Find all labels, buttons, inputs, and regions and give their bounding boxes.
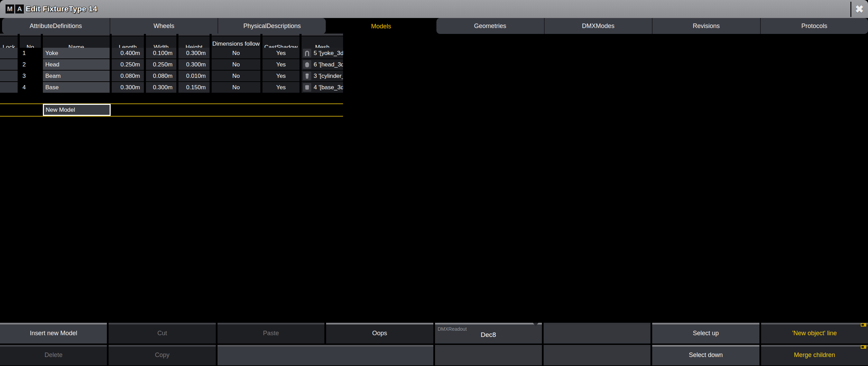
toggle-on-indicator-icon [861, 345, 866, 349]
name-cell[interactable]: Beam [43, 71, 110, 81]
empty-panel [544, 345, 650, 365]
new-object-line-toggle[interactable]: 'New object' line [761, 323, 868, 344]
lock-cell[interactable] [0, 82, 18, 93]
length-cell[interactable]: 0.300m [112, 82, 144, 93]
empty-panel [544, 323, 650, 344]
yoke-mesh-icon [303, 49, 311, 57]
width-cell[interactable]: 0.100m [146, 48, 176, 58]
mesh-cell[interactable]: 3 '[cylinder_ [302, 71, 343, 81]
tab-revisions[interactable]: Revisions [652, 18, 760, 34]
follow-ratio-cell[interactable]: No [212, 59, 260, 70]
row-number-cell: 1 [20, 48, 41, 58]
cut-button[interactable]: Cut [109, 323, 215, 344]
name-cell[interactable]: Yoke [43, 48, 110, 58]
oops-button[interactable]: Oops [326, 323, 433, 344]
chevron-down-icon [533, 323, 538, 326]
title-bar: M A Edit FixtureType 14 ✖ [0, 0, 868, 18]
merge-children-toggle[interactable]: Merge children [761, 345, 868, 365]
length-cell[interactable]: 0.400m [112, 48, 144, 58]
dmx-readout-dropdown[interactable]: DMXReadout Dec8 [435, 323, 542, 344]
select-up-button[interactable]: Select up [652, 323, 759, 344]
length-cell[interactable]: 0.080m [112, 71, 144, 81]
new-object-line-label: 'New object' line [792, 330, 837, 337]
follow-ratio-cell[interactable]: No [212, 71, 260, 81]
height-cell[interactable]: 0.300m [178, 59, 210, 70]
tab-geometries[interactable]: Geometries [436, 18, 544, 34]
copy-button[interactable]: Copy [109, 345, 215, 365]
width-cell[interactable]: 0.080m [146, 71, 176, 81]
follow-ratio-cell[interactable]: No [212, 82, 260, 93]
mesh-cell[interactable]: 5 '[yoke_3d [302, 48, 343, 58]
castshadow-cell[interactable]: Yes [262, 59, 299, 70]
models-table: Lock No Name Length Width Height Dimensi… [0, 36, 343, 93]
empty-panel-wide [218, 345, 433, 365]
merge-children-label: Merge children [794, 351, 835, 359]
castshadow-cell[interactable]: Yes [262, 82, 299, 93]
titlebar-divider [850, 2, 851, 17]
empty-panel [435, 345, 542, 365]
tab-attributedefinitions[interactable]: AttributeDefinitions [2, 18, 110, 34]
mesh-label: 6 '[head_3d [314, 61, 343, 68]
window-title: Edit FixtureType 14 [26, 0, 97, 18]
height-cell[interactable]: 0.150m [178, 82, 210, 93]
tab-models-active[interactable]: Models [326, 18, 436, 35]
tab-wheels[interactable]: Wheels [110, 18, 218, 34]
mesh-cell[interactable]: 4 '[base_3d [302, 82, 343, 93]
close-icon[interactable]: ✖ [852, 1, 867, 17]
dmx-readout-label: DMXReadout [438, 326, 467, 332]
tab-dmxmodes[interactable]: DMXModes [544, 18, 652, 34]
lock-cell[interactable] [0, 71, 18, 81]
mesh-label: 4 '[base_3d [314, 84, 343, 91]
castshadow-cell[interactable]: Yes [262, 48, 299, 58]
toggle-on-indicator-icon [861, 323, 866, 327]
mesh-label: 3 '[cylinder_ [314, 73, 343, 80]
head-mesh-icon [303, 60, 311, 69]
select-down-button[interactable]: Select down [652, 345, 759, 365]
bottom-bar: Insert new Model Cut Paste Oops DMXReado… [0, 323, 868, 366]
paste-button[interactable]: Paste [218, 323, 324, 344]
tab-physicaldescriptions[interactable]: PhysicalDescriptions [218, 18, 326, 34]
follow-ratio-cell[interactable]: No [212, 48, 260, 58]
row-number-cell: 2 [20, 59, 41, 70]
tab-group-left: AttributeDefinitions Wheels PhysicalDesc… [2, 18, 326, 34]
ma-logo: M A [6, 4, 24, 13]
mesh-label: 5 '[yoke_3d [314, 50, 343, 57]
castshadow-cell[interactable]: Yes [262, 71, 299, 81]
lock-cell[interactable] [0, 59, 18, 70]
cylinder-mesh-icon [303, 72, 311, 80]
new-object-line-bottom [0, 116, 343, 117]
tab-bar: AttributeDefinitions Wheels PhysicalDesc… [0, 18, 868, 35]
dmx-readout-value: Dec8 [481, 331, 496, 339]
ma-logo-a: A [15, 4, 24, 13]
base-mesh-icon [303, 83, 311, 92]
ma-logo-m: M [6, 4, 14, 13]
mesh-cell[interactable]: 6 '[head_3d [302, 59, 343, 70]
tab-group-right: Geometries DMXModes Revisions Protocols [436, 18, 868, 34]
tab-protocols[interactable]: Protocols [760, 18, 868, 34]
height-cell[interactable]: 0.010m [178, 71, 210, 81]
row-number-cell: 3 [20, 71, 41, 81]
insert-new-model-button[interactable]: Insert new Model [0, 323, 107, 344]
length-cell[interactable]: 0.250m [112, 59, 144, 70]
row-number-cell: 4 [20, 82, 41, 93]
name-cell[interactable]: Head [43, 59, 110, 70]
delete-button[interactable]: Delete [0, 345, 107, 365]
lock-cell[interactable] [0, 48, 18, 58]
name-cell[interactable]: Base [43, 82, 110, 93]
width-cell[interactable]: 0.250m [146, 59, 176, 70]
column-resize-strip[interactable] [0, 34, 343, 36]
height-cell[interactable]: 0.300m [178, 48, 210, 58]
width-cell[interactable]: 0.300m [146, 82, 176, 93]
new-model-input[interactable]: New Model [43, 104, 111, 116]
